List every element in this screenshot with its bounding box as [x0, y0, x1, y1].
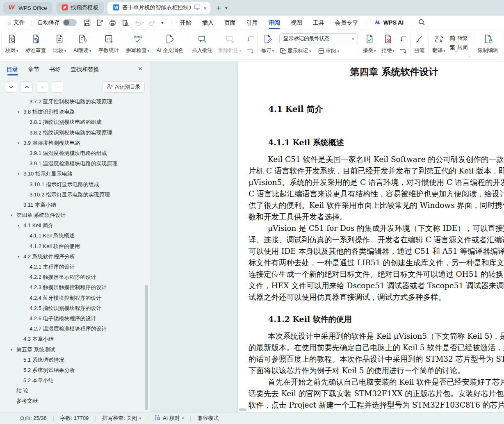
tab-document[interactable]: W 基于单片机的智能衣柜控制系 ×: [107, 2, 210, 14]
word-count-indicator[interactable]: 字数: 17709: [59, 415, 90, 422]
toc-item[interactable]: 3.8.1 指纹识别模块电路的组成: [0, 117, 144, 127]
print-icon[interactable]: [109, 19, 116, 27]
toc-item[interactable]: ▼3.8 指纹识别模块电路: [0, 107, 144, 117]
autosave-control[interactable]: 自动保存: [35, 19, 79, 26]
proofread-button[interactable]: 校对▾: [2, 30, 21, 54]
undo-icon[interactable]: ▾: [134, 19, 144, 26]
expand-down-button[interactable]: [5, 81, 17, 93]
toc-item[interactable]: 参考文献: [0, 396, 144, 406]
track-changes-button[interactable]: 修订▾: [258, 30, 277, 54]
menu-home[interactable]: 开始: [175, 16, 197, 30]
menu-reference[interactable]: 引用: [241, 16, 263, 30]
toc-item[interactable]: 3.11 本章小结: [0, 200, 144, 210]
toc-item[interactable]: 4.3 本章小结: [0, 334, 144, 344]
restrict-editing-button[interactable]: 限制编辑: [475, 30, 501, 54]
toc-item[interactable]: ▼第四章 系统软件设计: [0, 210, 144, 220]
undo-chevron-icon[interactable]: ▾: [142, 21, 144, 25]
insert-comment-button[interactable]: 插入批注: [189, 30, 215, 54]
toc-item[interactable]: 3.8.2 指纹识别模块电路的实现原理: [0, 128, 144, 138]
sidebar-scrollbar-thumb[interactable]: [145, 285, 148, 410]
traditional-to-simplified-button[interactable]: 繁 转简: [450, 44, 468, 51]
show-marks-button[interactable]: 显示标记 ▾: [279, 48, 311, 55]
zoom-in-toc-button[interactable]: +: [36, 81, 48, 93]
sidebar-tab-bookmarks[interactable]: 书签: [49, 62, 61, 77]
toc-item[interactable]: 3.7.2 蓝牙控制模块电路的实现原理: [0, 98, 144, 107]
standard-review-button[interactable]: 标准审查: [23, 30, 49, 54]
toc-item[interactable]: ▼3.10 指示灯显示电路: [0, 169, 144, 179]
toc-item[interactable]: ▼4.1 Keil 简介: [0, 220, 144, 230]
toc-item[interactable]: 5.2 本章小结: [0, 375, 144, 385]
toc-item[interactable]: ▼4.2 系统软件程序分析: [0, 251, 144, 262]
reject-change-button[interactable]: 拒绝▾: [379, 30, 398, 54]
toc-expand-arrow-icon[interactable]: ▼: [17, 221, 23, 231]
markup-state-dropdown[interactable]: 显示标记的最终状态 ▾: [279, 33, 358, 44]
document-page[interactable]: 第四章 系统软件设计 4.1 Keil 简介4.1.1 Keil 系统概述Kei…: [238, 62, 504, 412]
translate-button[interactable]: 文A 翻译▾: [429, 30, 448, 54]
toc-item[interactable]: 5.2 系统测试结果分析: [0, 365, 144, 375]
wps-ai-button[interactable]: WPS AI: [370, 19, 408, 26]
compare-button[interactable]: 比较▾: [50, 30, 69, 54]
toc-expand-arrow-icon[interactable]: ▼: [17, 252, 23, 262]
next-change-icon[interactable]: [399, 47, 408, 57]
toc-item[interactable]: 4.2.5 指纹识别模块程序的设计: [0, 303, 144, 313]
menu-review[interactable]: 审阅: [263, 16, 285, 30]
menu-page[interactable]: 页面: [219, 16, 241, 30]
toc-expand-arrow-icon[interactable]: ▼: [17, 138, 23, 148]
tab-wps-home[interactable]: W WPS Office: [3, 2, 52, 14]
close-tab-icon[interactable]: ×: [203, 5, 207, 11]
collapse-up-button[interactable]: [21, 81, 33, 93]
sidebar-tab-chapters[interactable]: 章节: [28, 62, 39, 77]
sidebar-tab-contents[interactable]: 目录: [7, 62, 18, 77]
toc-item[interactable]: 4.2.7 温湿度检测模块程序的设计: [0, 324, 144, 334]
toc-item[interactable]: 4.1.2 Keil 软件的使用: [0, 241, 144, 251]
previous-change-icon[interactable]: [399, 35, 408, 44]
tab-list-chevron-icon[interactable]: ▾: [225, 5, 228, 11]
toc-expand-arrow-icon[interactable]: ▼: [10, 210, 16, 221]
toc-item[interactable]: 4.2.4 蓝牙模块控制程序的设计: [0, 293, 144, 303]
toc-item[interactable]: 3.10.2 指示灯显示电路的实现原理: [0, 189, 144, 200]
dialog-launcher-icon[interactable]: ⌟: [468, 53, 470, 57]
toc-item[interactable]: 4.1.1 Keil 系统概述: [0, 230, 144, 241]
review-pane-button[interactable]: 审阅 ▾: [318, 48, 340, 55]
ai-proofread-status[interactable]: AI 校对 ▾: [153, 415, 185, 422]
quickbar-chevron-icon[interactable]: ▾: [161, 20, 164, 25]
menu-member[interactable]: 会员专享: [330, 16, 363, 30]
spell-check-status[interactable]: 拼写检查: 关闭 ▾: [100, 415, 143, 422]
toc-item[interactable]: 5.1 系统调试情况: [0, 355, 144, 365]
toc-item[interactable]: 结 论: [0, 385, 144, 396]
page-indicator[interactable]: 页面: 25/36: [18, 415, 48, 422]
close-sidebar-icon[interactable]: ×: [138, 65, 142, 73]
tab-docer-templates[interactable]: 找稻壳模板: [56, 2, 104, 14]
previous-comment-icon[interactable]: [246, 35, 255, 44]
toc-expand-arrow-icon[interactable]: ▼: [17, 107, 23, 117]
toc-item[interactable]: 4.2.2 触摸屏显示程序的设计: [0, 272, 144, 282]
save-icon[interactable]: [83, 19, 91, 27]
horizontal-scrollbar-thumb[interactable]: [239, 408, 246, 411]
toc-item[interactable]: 3.9.1 温湿度检测模块电路的组成: [0, 148, 144, 158]
ai-recognize-toc-button[interactable]: AI识别目录: [103, 81, 145, 93]
toc-expand-arrow-icon[interactable]: ▼: [10, 345, 16, 355]
spell-check-button[interactable]: ABC 拼写检查▾: [123, 30, 153, 54]
toc-item[interactable]: 4.2.1 主程序的设计: [0, 262, 144, 272]
autosave-toggle[interactable]: [63, 19, 77, 26]
toc-item[interactable]: 4.2.6 电子锁模块程序的设计: [0, 313, 144, 324]
word-count-button[interactable]: 12 字数统计: [96, 30, 122, 54]
ink-brush-button[interactable]: 画笔: [411, 30, 427, 54]
toc-item[interactable]: 4.2.3 触摸屏触摸控制程序的设计: [0, 282, 144, 292]
zoom-out-toc-button[interactable]: −: [52, 81, 64, 93]
toc-item[interactable]: 3.10.1 指示灯显示电路的组成: [0, 179, 144, 189]
new-tab-button[interactable]: +: [217, 4, 221, 12]
toc-item[interactable]: 3.9.1 温湿度检测模块电路的实现原理: [0, 158, 144, 169]
simplified-to-traditional-button[interactable]: 简 转繁: [450, 34, 468, 42]
next-comment-icon[interactable]: [246, 47, 255, 57]
menu-tools[interactable]: 工具: [308, 16, 330, 30]
export-icon[interactable]: [96, 19, 104, 27]
menu-view[interactable]: 视图: [285, 16, 308, 30]
menu-insert[interactable]: 插入: [197, 16, 219, 30]
accept-change-button[interactable]: 接受▾: [360, 30, 379, 54]
toc-item[interactable]: ▼第五章 系统测试: [0, 344, 144, 355]
redo-icon[interactable]: [149, 19, 156, 26]
toc-item[interactable]: ▼3.9 温湿度检测模块电路: [0, 138, 144, 148]
ai-read-aloud-button[interactable]: AI朗读▾: [71, 30, 94, 54]
file-menu[interactable]: ≡ 文件: [4, 19, 28, 26]
